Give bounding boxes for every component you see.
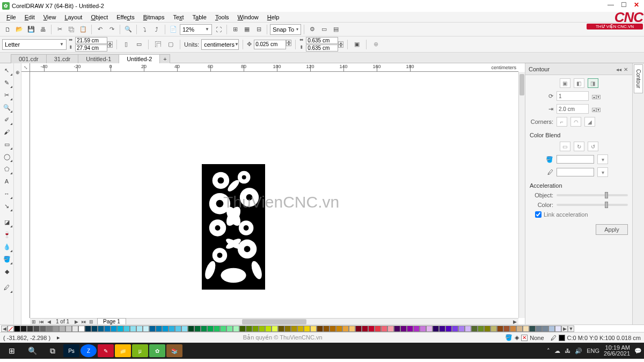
copy-button[interactable]: ⿻ bbox=[66, 24, 77, 35]
redo-button[interactable]: ↷ bbox=[106, 24, 117, 35]
color-swatch[interactable] bbox=[413, 326, 420, 332]
tray-volume-icon[interactable]: 🔊 bbox=[575, 348, 582, 354]
page-tab[interactable]: Page 1 bbox=[97, 318, 126, 324]
paper-size-combo[interactable]: Letter ▼ bbox=[2, 39, 67, 50]
pick-tool[interactable]: ↖ bbox=[1, 64, 13, 76]
options-button[interactable]: ⚙ bbox=[307, 24, 318, 35]
color-swatch[interactable] bbox=[452, 326, 458, 332]
color-swatch[interactable] bbox=[349, 326, 355, 332]
color-swatch[interactable] bbox=[368, 326, 375, 332]
parallel-dim-tool[interactable]: ↔ bbox=[1, 188, 13, 200]
taskbar-app-utorrent[interactable]: μ bbox=[132, 344, 148, 357]
color-swatch[interactable] bbox=[194, 326, 201, 332]
color-swatch[interactable] bbox=[458, 326, 465, 332]
menu-edit[interactable]: Edit bbox=[20, 13, 39, 21]
color-swatch[interactable] bbox=[497, 326, 503, 332]
color-swatch[interactable] bbox=[72, 326, 78, 332]
color-swatch[interactable] bbox=[169, 326, 175, 332]
landscape-button[interactable]: ▭ bbox=[134, 39, 144, 50]
color-swatch[interactable] bbox=[98, 326, 104, 332]
text-tool[interactable]: A bbox=[1, 175, 13, 187]
portrait-button[interactable]: ▯ bbox=[121, 39, 131, 50]
corner-round-button[interactable]: ◠ bbox=[570, 117, 581, 127]
color-swatch[interactable] bbox=[117, 326, 123, 332]
color-swatch[interactable] bbox=[162, 326, 169, 332]
open-button[interactable]: 📂 bbox=[14, 24, 25, 35]
cut-button[interactable]: ✂ bbox=[54, 24, 65, 35]
ruler-origin[interactable]: ⤡ bbox=[21, 63, 30, 72]
menu-help[interactable]: Help bbox=[263, 13, 284, 21]
color-swatch[interactable] bbox=[201, 326, 207, 332]
show-grid-button[interactable]: ▦ bbox=[241, 24, 252, 35]
color-swatch[interactable] bbox=[278, 326, 284, 332]
color-swatch[interactable] bbox=[272, 326, 278, 332]
minimize-button[interactable]: — bbox=[605, 1, 616, 9]
prev-page-button[interactable]: ◀ bbox=[45, 319, 53, 325]
ruler-horizontal[interactable]: centimeters -40-200204060801001201401601… bbox=[30, 63, 518, 72]
color-swatch[interactable] bbox=[420, 326, 426, 332]
menu-tools[interactable]: Tools bbox=[211, 13, 233, 21]
drop-shadow-tool[interactable]: ◪ bbox=[1, 216, 13, 228]
color-swatch[interactable] bbox=[175, 326, 181, 332]
color-swatch[interactable] bbox=[336, 326, 342, 332]
tray-clock[interactable]: 10:19 AM 26/6/2021 bbox=[604, 345, 630, 357]
color-swatch[interactable] bbox=[111, 326, 117, 332]
menu-window[interactable]: Window bbox=[233, 13, 263, 21]
print-button[interactable]: 🖶 bbox=[38, 24, 48, 35]
snap-combo[interactable]: Snap To ▾ bbox=[270, 24, 301, 35]
color-swatch[interactable] bbox=[381, 326, 387, 332]
shape-tool[interactable]: ✎ bbox=[1, 77, 13, 88]
nudge-spinner[interactable]: ▲▼ bbox=[286, 40, 291, 49]
doc-tab[interactable]: Untitled-2 bbox=[119, 54, 160, 63]
color-swatch[interactable] bbox=[433, 326, 439, 332]
docker-close-button[interactable]: ✕ bbox=[624, 67, 629, 72]
color-swatch[interactable] bbox=[104, 326, 111, 332]
object-accel-slider[interactable] bbox=[557, 194, 628, 196]
color-swatch[interactable] bbox=[252, 326, 259, 332]
color-swatch[interactable] bbox=[284, 326, 291, 332]
docker-prev-button[interactable]: ◂◂ bbox=[616, 67, 621, 72]
menu-file[interactable]: File bbox=[2, 13, 20, 21]
dup-x-input[interactable]: 0.635 cm bbox=[306, 37, 338, 44]
menu-effects[interactable]: Effects bbox=[112, 13, 138, 21]
color-swatch[interactable] bbox=[529, 326, 536, 332]
scrollbar-thumb[interactable] bbox=[519, 74, 524, 95]
color-swatch[interactable] bbox=[439, 326, 445, 332]
color-swatch[interactable] bbox=[297, 326, 304, 332]
color-swatch[interactable] bbox=[516, 326, 523, 332]
taskbar-app-photoshop[interactable]: Ps bbox=[63, 344, 79, 357]
dup-y-input[interactable]: 0.635 cm bbox=[306, 45, 338, 51]
to-center-button[interactable]: ▣ bbox=[560, 78, 570, 88]
fill-color-swatch[interactable] bbox=[557, 155, 594, 164]
page-width-input[interactable]: 21.59 cm bbox=[75, 37, 107, 44]
crop-tool[interactable]: ✂ bbox=[1, 89, 13, 101]
new-button[interactable]: 🗋 bbox=[2, 24, 13, 35]
connector-tool[interactable]: ↘ bbox=[1, 200, 13, 212]
color-swatch[interactable] bbox=[523, 326, 529, 332]
doc-tab[interactable]: 31.cdr bbox=[46, 54, 79, 63]
menu-text[interactable]: Text bbox=[169, 13, 188, 21]
rectangle-tool[interactable]: ▭ bbox=[1, 138, 13, 150]
color-swatch[interactable] bbox=[27, 326, 33, 332]
color-swatch[interactable] bbox=[484, 326, 491, 332]
new-doc-tab[interactable]: + bbox=[159, 54, 170, 63]
interactive-fill-tool[interactable]: 🪣 bbox=[1, 253, 13, 265]
outside-button[interactable]: ◨ bbox=[588, 78, 598, 88]
fill-color-picker-button[interactable]: ▾ bbox=[597, 154, 608, 164]
artwork-floral-panel[interactable] bbox=[202, 164, 265, 290]
color-swatch[interactable] bbox=[542, 326, 548, 332]
search-button[interactable]: 🔍 bbox=[123, 24, 134, 35]
color-swatch[interactable] bbox=[265, 326, 272, 332]
color-swatch[interactable] bbox=[304, 326, 310, 332]
color-swatch[interactable] bbox=[400, 326, 407, 332]
color-swatch[interactable] bbox=[259, 326, 265, 332]
undo-button[interactable]: ↶ bbox=[94, 24, 105, 35]
dup-spinner[interactable]: ▲▼ bbox=[338, 41, 343, 48]
color-swatch[interactable] bbox=[426, 326, 433, 332]
tray-network-icon[interactable]: 🖧 bbox=[565, 348, 570, 354]
taskbar-app-acrobat[interactable]: ✎ bbox=[98, 344, 114, 357]
search-button[interactable]: 🔍 bbox=[23, 343, 42, 359]
color-swatch[interactable] bbox=[207, 326, 214, 332]
doc-tab[interactable]: Untitled-1 bbox=[78, 54, 119, 63]
color-swatch[interactable] bbox=[548, 326, 555, 332]
